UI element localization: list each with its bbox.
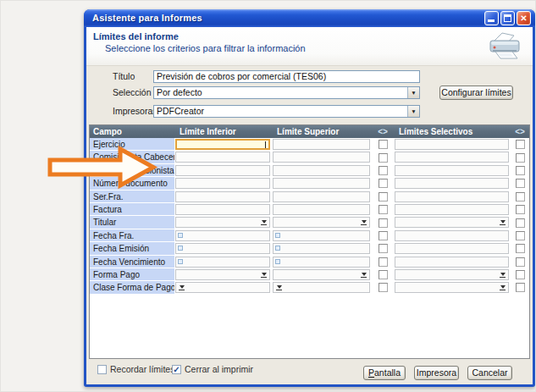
limite-superior-cell[interactable] [272,203,372,216]
distinct-checkbox[interactable] [379,192,388,202]
dropdown-arrow-icon[interactable] [500,285,506,290]
limites-selectivos-cell[interactable] [394,138,511,151]
selective-distinct-checkbox-cell[interactable] [511,229,529,242]
distinct-checkbox-cell[interactable] [372,177,394,190]
selective-distinct-checkbox[interactable] [516,257,525,267]
maximize-button[interactable] [500,11,515,25]
limites-selectivos-cell[interactable] [394,268,511,281]
distinct-checkbox[interactable] [379,231,388,240]
titlebar[interactable]: Asistente para Informes ✕ [84,9,535,27]
chevron-down-icon[interactable]: ▼ [407,106,419,117]
cerrar-al-imprimir-checkbox[interactable]: ✓ [172,365,181,374]
limites-selectivos-cell[interactable] [394,203,511,216]
impresoras-combobox[interactable]: PDFCreator ▼ [153,105,420,118]
calendar-icon[interactable] [178,233,183,238]
distinct-checkbox-cell[interactable] [372,190,394,203]
limite-superior-cell[interactable] [272,216,372,229]
titulo-input[interactable]: Previsión de cobros por comercial (TES06… [153,70,420,83]
distinct-checkbox[interactable] [379,270,388,279]
dropdown-arrow-icon[interactable] [179,285,185,290]
distinct-checkbox[interactable] [379,140,388,149]
limite-superior-cell[interactable] [272,268,372,281]
distinct-checkbox-cell[interactable] [372,138,394,151]
impresora-button[interactable]: Impresora [414,366,459,380]
selective-distinct-checkbox-cell[interactable] [511,216,529,229]
selective-distinct-checkbox-cell[interactable] [511,256,529,268]
distinct-checkbox-cell[interactable] [372,281,394,294]
close-button[interactable]: ✕ [517,11,531,25]
selective-distinct-checkbox-cell[interactable] [511,268,529,281]
limite-inferior-cell[interactable] [174,177,272,190]
distinct-checkbox-cell[interactable] [372,256,394,268]
seleccion-combobox[interactable]: Por defecto ▼ [153,86,420,99]
limite-inferior-cell[interactable] [174,281,272,294]
configurar-limites-button[interactable]: Configurar límites [439,86,513,100]
limite-superior-cell[interactable] [272,177,372,190]
calendar-icon[interactable] [275,246,280,251]
limites-selectivos-cell[interactable] [394,164,511,177]
limites-selectivos-cell[interactable] [394,216,511,229]
pantalla-button[interactable]: Pantalla [363,366,406,380]
selective-distinct-checkbox[interactable] [516,166,525,175]
limites-selectivos-cell[interactable] [394,256,511,268]
dropdown-arrow-icon[interactable] [276,285,282,290]
limite-superior-cell[interactable] [272,164,372,177]
selective-distinct-checkbox[interactable] [516,140,525,149]
calendar-icon[interactable] [275,259,280,264]
selective-distinct-checkbox-cell[interactable] [511,242,529,255]
recordar-limites-checkbox[interactable] [97,365,107,374]
selective-distinct-checkbox[interactable] [516,218,525,228]
limite-superior-cell[interactable] [272,190,372,203]
limites-selectivos-cell[interactable] [394,177,511,190]
limites-selectivos-cell[interactable] [394,151,511,163]
limite-inferior-cell[interactable] [174,268,272,281]
selective-distinct-checkbox-cell[interactable] [511,177,529,190]
limite-inferior-cell[interactable] [174,138,272,151]
distinct-checkbox[interactable] [379,283,388,292]
selective-distinct-checkbox-cell[interactable] [511,203,529,216]
limite-inferior-cell[interactable] [174,190,272,203]
limite-superior-cell[interactable] [272,242,372,255]
dropdown-arrow-icon[interactable] [261,220,267,225]
limite-inferior-cell[interactable] [174,256,272,268]
distinct-checkbox-cell[interactable] [372,164,394,177]
limite-superior-cell[interactable] [272,281,372,294]
selective-distinct-checkbox[interactable] [516,231,525,240]
selective-distinct-checkbox[interactable] [516,192,525,202]
selective-distinct-checkbox[interactable] [516,179,525,188]
distinct-checkbox-cell[interactable] [372,268,394,281]
limite-superior-cell[interactable] [272,138,372,151]
limite-superior-cell[interactable] [272,151,372,163]
selective-distinct-checkbox-cell[interactable] [511,190,529,203]
distinct-checkbox-cell[interactable] [372,229,394,242]
limite-superior-cell[interactable] [272,229,372,242]
distinct-checkbox-cell[interactable] [372,151,394,163]
cancelar-button[interactable]: Cancelar [467,366,512,380]
selective-distinct-checkbox[interactable] [516,283,525,292]
limite-superior-cell[interactable] [272,256,372,268]
distinct-checkbox[interactable] [379,153,388,163]
distinct-checkbox[interactable] [379,244,388,253]
limite-inferior-cell[interactable] [174,203,272,216]
selective-distinct-checkbox[interactable] [516,153,525,163]
distinct-checkbox-cell[interactable] [372,203,394,216]
dropdown-arrow-icon[interactable] [361,273,367,278]
calendar-icon[interactable] [178,259,183,264]
selective-distinct-checkbox-cell[interactable] [511,151,529,163]
chevron-down-icon[interactable]: ▼ [407,87,419,98]
limite-inferior-cell[interactable] [174,242,272,255]
limites-selectivos-cell[interactable] [394,229,511,242]
selective-distinct-checkbox[interactable] [516,205,525,214]
distinct-checkbox[interactable] [379,166,388,175]
minimize-button[interactable] [484,11,499,25]
limites-selectivos-cell[interactable] [394,242,511,255]
dropdown-arrow-icon[interactable] [500,273,506,278]
calendar-icon[interactable] [178,246,183,251]
selective-distinct-checkbox[interactable] [516,270,525,279]
dropdown-arrow-icon[interactable] [500,220,506,225]
limite-inferior-cell[interactable] [174,229,272,242]
distinct-checkbox[interactable] [379,218,388,228]
selective-distinct-checkbox-cell[interactable] [511,281,529,294]
limite-inferior-cell[interactable] [174,216,272,229]
selective-distinct-checkbox-cell[interactable] [511,138,529,151]
